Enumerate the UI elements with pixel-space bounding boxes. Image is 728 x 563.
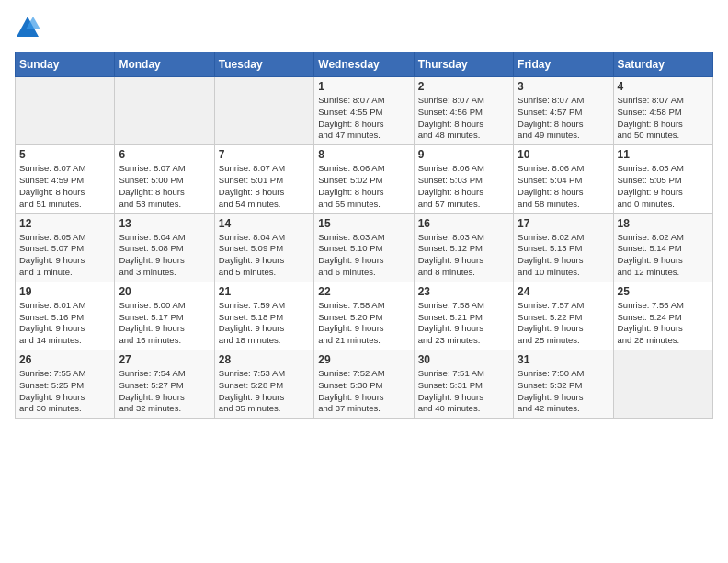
day-info: Sunrise: 7:56 AM Sunset: 5:24 PM Dayligh… [618, 300, 709, 347]
day-number: 30 [418, 353, 509, 366]
day-info: Sunrise: 7:52 AM Sunset: 5:30 PM Dayligh… [318, 368, 409, 415]
day-number: 20 [119, 285, 210, 298]
calendar-cell: 28Sunrise: 7:53 AM Sunset: 5:28 PM Dayli… [214, 350, 313, 419]
day-info: Sunrise: 7:58 AM Sunset: 5:20 PM Dayligh… [318, 300, 409, 347]
day-number: 28 [219, 353, 310, 366]
day-number: 22 [318, 285, 409, 298]
day-info: Sunrise: 8:05 AM Sunset: 5:05 PM Dayligh… [618, 163, 709, 210]
day-number: 15 [318, 217, 409, 230]
day-number: 27 [119, 353, 210, 366]
calendar-cell [115, 77, 214, 145]
calendar-cell: 23Sunrise: 7:58 AM Sunset: 5:21 PM Dayli… [414, 282, 513, 350]
day-number: 3 [518, 80, 609, 93]
page-header [15, 15, 713, 40]
calendar-cell: 21Sunrise: 7:59 AM Sunset: 5:18 PM Dayli… [214, 282, 313, 350]
day-number: 11 [618, 148, 709, 161]
day-info: Sunrise: 8:06 AM Sunset: 5:04 PM Dayligh… [518, 163, 609, 210]
calendar-cell: 13Sunrise: 8:04 AM Sunset: 5:08 PM Dayli… [115, 213, 214, 282]
day-info: Sunrise: 8:07 AM Sunset: 4:59 PM Dayligh… [19, 163, 110, 210]
calendar-cell: 14Sunrise: 8:04 AM Sunset: 5:09 PM Dayli… [214, 213, 313, 282]
calendar-week-2: 5Sunrise: 8:07 AM Sunset: 4:59 PM Daylig… [16, 145, 713, 213]
day-info: Sunrise: 8:01 AM Sunset: 5:16 PM Dayligh… [19, 300, 110, 347]
calendar-week-5: 26Sunrise: 7:55 AM Sunset: 5:25 PM Dayli… [16, 350, 713, 419]
calendar-cell: 7Sunrise: 8:07 AM Sunset: 5:01 PM Daylig… [214, 145, 313, 213]
calendar-cell: 22Sunrise: 7:58 AM Sunset: 5:20 PM Dayli… [314, 282, 414, 350]
calendar-cell: 10Sunrise: 8:06 AM Sunset: 5:04 PM Dayli… [514, 145, 613, 213]
day-number: 24 [518, 285, 609, 298]
calendar-cell: 18Sunrise: 8:02 AM Sunset: 5:14 PM Dayli… [613, 213, 712, 282]
calendar-table: SundayMondayTuesdayWednesdayThursdayFrid… [15, 52, 713, 419]
logo [15, 15, 44, 40]
day-number: 8 [318, 148, 409, 161]
calendar-cell: 17Sunrise: 8:02 AM Sunset: 5:13 PM Dayli… [514, 213, 613, 282]
calendar-cell [214, 77, 313, 145]
day-info: Sunrise: 7:58 AM Sunset: 5:21 PM Dayligh… [418, 300, 509, 347]
calendar-cell: 9Sunrise: 8:06 AM Sunset: 5:03 PM Daylig… [414, 145, 513, 213]
day-info: Sunrise: 8:07 AM Sunset: 5:01 PM Dayligh… [219, 163, 310, 210]
day-info: Sunrise: 8:07 AM Sunset: 4:55 PM Dayligh… [318, 95, 409, 142]
calendar-cell: 24Sunrise: 7:57 AM Sunset: 5:22 PM Dayli… [514, 282, 613, 350]
calendar-cell [16, 77, 115, 145]
day-info: Sunrise: 8:03 AM Sunset: 5:10 PM Dayligh… [318, 232, 409, 279]
day-number: 4 [618, 80, 709, 93]
day-number: 21 [219, 285, 310, 298]
calendar-cell: 27Sunrise: 7:54 AM Sunset: 5:27 PM Dayli… [115, 350, 214, 419]
calendar-cell: 5Sunrise: 8:07 AM Sunset: 4:59 PM Daylig… [16, 145, 115, 213]
day-number: 6 [119, 148, 210, 161]
calendar-cell: 16Sunrise: 8:03 AM Sunset: 5:12 PM Dayli… [414, 213, 513, 282]
day-number: 29 [318, 353, 409, 366]
day-info: Sunrise: 7:51 AM Sunset: 5:31 PM Dayligh… [418, 368, 509, 415]
day-info: Sunrise: 7:55 AM Sunset: 5:25 PM Dayligh… [19, 368, 110, 415]
day-info: Sunrise: 8:07 AM Sunset: 4:58 PM Dayligh… [618, 95, 709, 142]
day-number: 25 [618, 285, 709, 298]
day-info: Sunrise: 7:59 AM Sunset: 5:18 PM Dayligh… [219, 300, 310, 347]
day-number: 12 [19, 217, 110, 230]
day-number: 2 [418, 80, 509, 93]
day-info: Sunrise: 7:50 AM Sunset: 5:32 PM Dayligh… [518, 368, 609, 415]
calendar-cell: 30Sunrise: 7:51 AM Sunset: 5:31 PM Dayli… [414, 350, 513, 419]
day-number: 10 [518, 148, 609, 161]
day-number: 9 [418, 148, 509, 161]
day-number: 17 [518, 217, 609, 230]
calendar-cell: 3Sunrise: 8:07 AM Sunset: 4:57 PM Daylig… [514, 77, 613, 145]
day-info: Sunrise: 8:04 AM Sunset: 5:09 PM Dayligh… [219, 232, 310, 279]
day-number: 26 [19, 353, 110, 366]
day-number: 31 [518, 353, 609, 366]
calendar-cell: 2Sunrise: 8:07 AM Sunset: 4:56 PM Daylig… [414, 77, 513, 145]
calendar-cell: 11Sunrise: 8:05 AM Sunset: 5:05 PM Dayli… [613, 145, 712, 213]
weekday-header-saturday: Saturday [613, 52, 712, 77]
weekday-header-friday: Friday [514, 52, 613, 77]
weekday-row: SundayMondayTuesdayWednesdayThursdayFrid… [16, 52, 713, 77]
weekday-header-thursday: Thursday [414, 52, 513, 77]
calendar-cell: 4Sunrise: 8:07 AM Sunset: 4:58 PM Daylig… [613, 77, 712, 145]
calendar-cell: 25Sunrise: 7:56 AM Sunset: 5:24 PM Dayli… [613, 282, 712, 350]
day-info: Sunrise: 8:04 AM Sunset: 5:08 PM Dayligh… [119, 232, 210, 279]
calendar-cell: 15Sunrise: 8:03 AM Sunset: 5:10 PM Dayli… [314, 213, 414, 282]
day-info: Sunrise: 8:06 AM Sunset: 5:02 PM Dayligh… [318, 163, 409, 210]
weekday-header-tuesday: Tuesday [214, 52, 313, 77]
calendar-cell: 1Sunrise: 8:07 AM Sunset: 4:55 PM Daylig… [314, 77, 414, 145]
day-info: Sunrise: 8:02 AM Sunset: 5:13 PM Dayligh… [518, 232, 609, 279]
calendar-cell: 20Sunrise: 8:00 AM Sunset: 5:17 PM Dayli… [115, 282, 214, 350]
day-info: Sunrise: 8:00 AM Sunset: 5:17 PM Dayligh… [119, 300, 210, 347]
day-number: 1 [318, 80, 409, 93]
calendar-cell: 26Sunrise: 7:55 AM Sunset: 5:25 PM Dayli… [16, 350, 115, 419]
day-number: 14 [219, 217, 310, 230]
day-number: 19 [19, 285, 110, 298]
calendar-cell: 29Sunrise: 7:52 AM Sunset: 5:30 PM Dayli… [314, 350, 414, 419]
day-number: 13 [119, 217, 210, 230]
calendar-body: 1Sunrise: 8:07 AM Sunset: 4:55 PM Daylig… [16, 77, 713, 419]
day-number: 18 [618, 217, 709, 230]
calendar-cell: 8Sunrise: 8:06 AM Sunset: 5:02 PM Daylig… [314, 145, 414, 213]
day-number: 23 [418, 285, 509, 298]
day-info: Sunrise: 7:57 AM Sunset: 5:22 PM Dayligh… [518, 300, 609, 347]
day-info: Sunrise: 8:07 AM Sunset: 4:57 PM Dayligh… [518, 95, 609, 142]
day-info: Sunrise: 8:03 AM Sunset: 5:12 PM Dayligh… [418, 232, 509, 279]
weekday-header-wednesday: Wednesday [314, 52, 414, 77]
day-info: Sunrise: 8:06 AM Sunset: 5:03 PM Dayligh… [418, 163, 509, 210]
calendar-header: SundayMondayTuesdayWednesdayThursdayFrid… [16, 52, 713, 77]
day-number: 5 [19, 148, 110, 161]
calendar-cell: 6Sunrise: 8:07 AM Sunset: 5:00 PM Daylig… [115, 145, 214, 213]
day-info: Sunrise: 8:07 AM Sunset: 5:00 PM Dayligh… [119, 163, 210, 210]
day-number: 16 [418, 217, 509, 230]
